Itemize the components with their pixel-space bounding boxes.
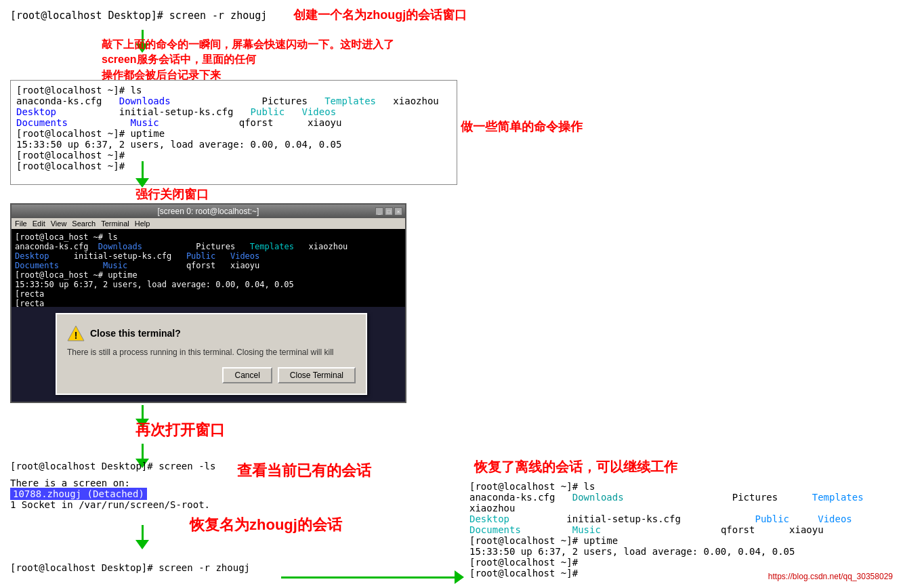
t2-l2-c5: xiaozhou — [469, 503, 515, 513]
sw-l3-c2: initial-setup-ks.cfg — [74, 251, 172, 261]
annotation-restored: 恢复了离线的会话，可以继续工作 — [474, 457, 677, 476]
t2-line2: anaconda-ks.cfg Downloads Pictures Templ… — [469, 492, 893, 513]
sw-l2-c2: Downloads — [98, 242, 142, 251]
sw-l3-c3: Public — [186, 251, 215, 261]
top-command-area: [root@localhost Desktop]# screen -r zhou… — [10, 7, 467, 23]
screen-terminal-content: [root@loca_host ~# ls anaconda-ks.cfg Do… — [12, 229, 405, 307]
annotation-simple-cmd: 做一些简单的命令操作 — [461, 119, 583, 135]
arrow-line-4 — [142, 444, 144, 459]
close-terminal-button[interactable]: Close Terminal — [278, 367, 356, 383]
menu-view[interactable]: View — [51, 219, 67, 228]
t1-line5: [root@localhost ~]# uptime — [16, 128, 451, 139]
annotation-check-sessions: 查看当前已有的会话 — [237, 461, 371, 481]
annotation-line2: 操作都会被后台记录下来 — [102, 69, 221, 81]
annotation-force-close: 强行关闭窗口 — [135, 186, 209, 203]
h-arrow-line — [281, 576, 455, 579]
t2-l4-c4: xiaoyu — [789, 524, 824, 535]
session-highlight-text: 10788.zhougj (Detached) — [10, 488, 147, 500]
t2-l2-c4: Templates — [812, 492, 864, 503]
sw-l4-c4: xiaoyu — [230, 261, 259, 270]
t1-line6: 15:33:50 up 6:37, 2 users, load average:… — [16, 139, 451, 150]
horizontal-arrow — [281, 570, 464, 584]
t1-l3-c1: Desktop — [16, 106, 56, 117]
t2-l2-c2: Downloads — [572, 492, 624, 503]
t1-line4: Documents Music qforst xiaoyu — [16, 117, 451, 128]
sw-line8: [recta — [15, 299, 402, 307]
sw-line4: Documents Music qforst xiaoyu — [15, 261, 402, 270]
annotation-restored-text: 恢复了离线的会话，可以继续工作 — [474, 459, 677, 474]
session-output1: There is a screen on: — [10, 478, 210, 488]
sw-l2-c1: anaconda-ks.cfg — [15, 242, 88, 251]
t2-l3-c1: Desktop — [469, 513, 509, 524]
sw-l3-c1: Desktop — [15, 251, 49, 261]
screen-ls-command: [root@localhost Desktop]# screen -ls — [10, 461, 215, 471]
win-btn-close[interactable]: × — [394, 207, 402, 215]
t1-l4-c4: xiaoyu — [308, 117, 342, 128]
t1-l3-c4: Videos — [301, 106, 336, 117]
annotation-restore: 恢复名为zhougj的会话 — [190, 515, 342, 535]
t2-line4: Documents Music qforst xiaoyu — [469, 524, 893, 535]
svg-text:!: ! — [75, 330, 78, 341]
top-annotation: 创建一个名为zhougj的会话窗口 — [293, 8, 467, 22]
t2-l2-c3: Pictures — [732, 492, 778, 503]
win-btn-maximize[interactable]: □ — [385, 207, 393, 215]
session-entry: 10788.zhougj (Detached) — [10, 488, 210, 499]
menu-search[interactable]: Search — [72, 219, 96, 228]
t2-line7: [root@localhost ~]# — [469, 557, 893, 568]
sw-l4-c3: qforst — [186, 261, 215, 270]
t1-l3-c3: Public — [251, 106, 285, 117]
menu-edit[interactable]: Edit — [33, 219, 45, 228]
session-list: There is a screen on: 10788.zhougj (Deta… — [10, 478, 210, 510]
win-btn-minimize[interactable]: _ — [375, 207, 383, 215]
warning-icon-container: ! — [67, 324, 85, 342]
t2-line5: [root@localhost ~]# uptime — [469, 535, 893, 546]
annotation-reopen: 再次打开窗口 — [135, 420, 225, 440]
annotation-line1: 敲下上面的命令的一瞬间，屏幕会快速闪动一下。这时进入了screen服务会话中，里… — [102, 39, 394, 65]
sw-line1: [root@loca_host ~# ls — [15, 232, 402, 242]
sw-line6: 15:33:50 up 6:37, 2 users, load average:… — [15, 280, 402, 289]
sw-l4-c1: Documents — [15, 261, 59, 270]
menu-terminal[interactable]: Terminal — [101, 219, 129, 228]
annotation-screen-service: 敲下上面的命令的一瞬间，屏幕会快速闪动一下。这时进入了screen服务会话中，里… — [102, 37, 427, 83]
t1-line8: [root@localhost ~]# — [16, 161, 451, 171]
t1-l2-c3: Pictures — [261, 96, 307, 106]
t2-l4-c3: qforst — [721, 524, 755, 535]
terminal-box-2: [root@localhost ~]# ls anaconda-ks.cfg D… — [469, 481, 893, 579]
screen-window: [screen 0: root@localhost:~] _ □ × File … — [10, 203, 406, 403]
menu-help[interactable]: Help — [135, 219, 150, 228]
t2-l4-c2: Music — [572, 524, 601, 535]
t1-l2-c1: anaconda-ks.cfg — [16, 96, 102, 106]
watermark: https://blog.csdn.net/qq_30358029 — [768, 572, 893, 581]
h-arrow-head — [455, 570, 464, 584]
screen-window-title: [screen 0: root@localhost:~] — [158, 207, 259, 216]
sw-l3-c4: Videos — [230, 251, 259, 261]
t2-l4-c1: Documents — [469, 524, 521, 535]
menu-file[interactable]: File — [15, 219, 27, 228]
t1-line2: anaconda-ks.cfg Downloads Pictures Templ… — [16, 96, 451, 106]
arrow-line-5 — [142, 525, 144, 540]
top-command-text: [root@localhost Desktop]# screen -r zhou… — [10, 9, 267, 22]
arrow-head-5 — [135, 540, 149, 549]
warning-icon: ! — [67, 324, 85, 342]
sw-line3: Desktop initial-setup-ks.cfg Public Vide… — [15, 251, 402, 261]
t1-l2-c5: xiaozhou — [393, 96, 438, 106]
dialog-title-row: ! Close this terminal? — [67, 324, 356, 342]
dialog-buttons: Cancel Close Terminal — [67, 367, 356, 383]
cancel-button[interactable]: Cancel — [222, 367, 272, 383]
t1-line1: [root@localhost ~]# ls — [16, 85, 451, 96]
t2-line3: Desktop initial-setup-ks.cfg Public Vide… — [469, 513, 893, 524]
sw-l2-c4: Templates — [250, 242, 294, 251]
close-dialog: ! Close this terminal? There is still a … — [56, 313, 367, 395]
t2-l3-c2: initial-setup-ks.cfg — [566, 513, 681, 524]
t2-l3-c4: Videos — [818, 513, 852, 524]
arrow-down-2 — [135, 161, 149, 188]
t1-l2-c4: Templates — [324, 96, 376, 106]
sw-line5: [root@loca_host ~# uptime — [15, 270, 402, 280]
t2-line6: 15:33:50 up 6:37, 2 users, load average:… — [469, 546, 893, 557]
t1-l4-c2: Music — [131, 117, 159, 128]
window-buttons: _ □ × — [375, 207, 402, 215]
menu-bar: File Edit View Search Terminal Help — [12, 218, 405, 229]
sw-line7: [recta — [15, 289, 402, 299]
terminal-box-1: [root@localhost ~]# ls anaconda-ks.cfg D… — [10, 80, 457, 185]
sw-l4-c2: Music — [103, 261, 127, 270]
